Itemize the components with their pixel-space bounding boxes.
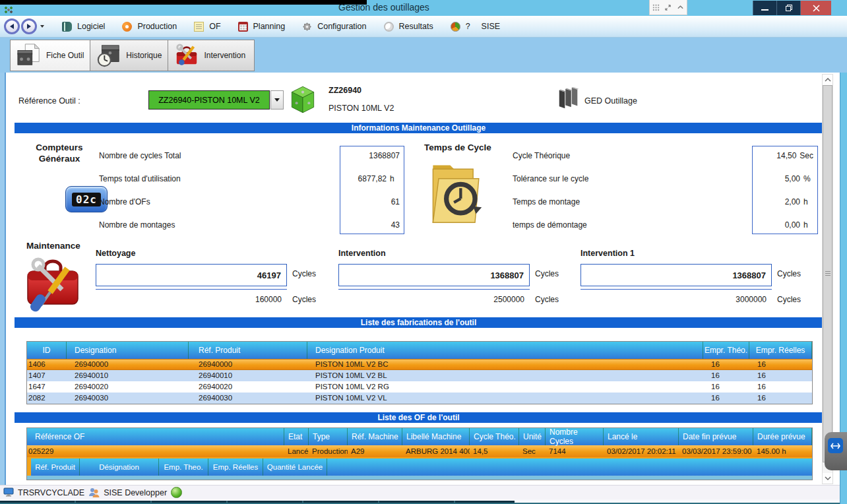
ged-outillage-link[interactable]: GED Outillage [584,96,637,106]
column-header[interactable]: Réf. Produit [189,342,307,359]
menu-item-of[interactable]: OF [185,16,229,38]
remote-control-icon [828,438,843,453]
chevron-up-icon[interactable] [677,5,684,10]
threshold-unit-label: Cycles [535,295,559,304]
menu-item-logiciel[interactable]: Logiciel [53,16,113,38]
column-header[interactable]: Durée prévue [753,428,812,445]
divider [96,289,287,290]
sub-column-header[interactable]: Emp. Réelles [208,458,263,476]
column-header[interactable]: Référence OF [27,428,284,445]
table-row-selected[interactable]: 140626940000 26940000PISTON 10ML V2 BC 1… [27,359,812,370]
restore-button[interactable] [776,1,800,15]
dropdown-caret-icon [274,98,280,102]
menu-item-production[interactable]: Production [113,16,185,38]
window-left-border [0,73,6,485]
scroll-up-button[interactable] [823,75,832,85]
of-row-selected[interactable]: 025229 Lancé Production A29 ARBURG 2014 … [27,445,812,457]
temps-de-cycle-heading: Temps de Cycle [424,142,491,152]
forward-button[interactable] [21,18,37,34]
logiciel-icon [62,22,72,32]
menu-item-resultats[interactable]: Resultats [375,16,442,38]
tool-reference-combobox[interactable]: ZZ26940-PISTON 10ML V2 [148,90,270,110]
column-header[interactable]: Cycle Théo. [470,428,519,445]
column-header[interactable]: Date fin prévue [679,428,753,445]
tab-label: Fiche Outil [46,51,84,60]
of-header-row: Référence OF Etat Type Réf. Machine Libe… [27,428,812,445]
tab-label: Historique [126,51,162,60]
scrollbar-thumb[interactable] [823,85,832,462]
tab-intervention[interactable]: Intervention [168,40,255,71]
intervention-1-value-field[interactable]: 1368807 [580,264,772,286]
thumb-grip-icon [825,271,831,276]
column-header[interactable]: Designation Produit [307,342,703,359]
intervention-value-field[interactable]: 1368807 [338,264,530,286]
counter-row-label: Nombre de montages [99,220,175,230]
expand-icon[interactable] [664,4,672,11]
field-value: 46197 [96,270,286,280]
screen-controls-widget[interactable] [649,0,687,15]
users-icon [88,488,100,497]
sub-column-header[interactable]: Emp. Theo. [159,458,208,476]
sub-column-header[interactable]: Réf. Produit [31,458,80,476]
connection-status-indicator [171,487,182,498]
column-header[interactable]: Réf. Machine [348,428,402,445]
combobox-value: ZZ26940-PISTON 10ML V2 [158,96,260,105]
forward-arrow-icon [27,24,31,29]
menu-item-configuration[interactable]: Configuration [294,16,375,38]
combobox-dropdown-button[interactable] [270,90,284,110]
counter-row-label: Temps total d'utilisation [99,174,181,183]
fabrications-header-row: ID Designation Réf. Produit Designation … [27,342,812,359]
remote-control-tab[interactable] [825,432,847,470]
column-header[interactable]: Type [309,428,348,445]
tab-fiche-outil[interactable]: Fiche Outil [10,40,90,71]
nav-dropdown-caret-icon[interactable] [40,25,44,28]
divider [338,289,530,290]
close-button[interactable] [800,1,831,15]
sub-column-header[interactable]: Quantité Lancée [263,458,327,476]
minimize-button[interactable] [753,1,776,15]
menu-label: Resultats [399,22,433,31]
vertical-scrollbar[interactable] [822,74,833,484]
tab-historique[interactable]: Historique [90,40,168,71]
table-row[interactable]: 140726940010 26940010PISTON 10ML V2 BL 1… [27,370,812,381]
column-header[interactable]: ID [27,342,67,359]
minimize-icon [761,9,769,11]
table-row[interactable]: 208226940030 26940030PISTON 10ML V2 VL 1… [27,393,812,404]
column-header[interactable]: Libellé Machine [402,428,470,445]
menu-item-planning[interactable]: Planning [230,16,294,38]
column-header[interactable]: Etat [284,428,309,445]
maintenance-group-intervention-1: Intervention 1 1368807 Cycles 3000000 Cy… [580,249,772,308]
threshold-value: 3000000 [580,295,772,304]
title-bar: Gestion des outillages [0,0,847,16]
unit-label: Cycles [292,269,316,278]
back-button[interactable] [4,18,20,34]
table-row[interactable]: 164726940020 26940020PISTON 10ML V2 RG 1… [27,381,812,393]
nettoyage-value-field[interactable]: 46197 [96,264,287,286]
column-header[interactable]: Empr. Réelles [749,342,812,359]
banner-liste-of: Liste des OF de l'outil [15,412,823,423]
menu-label: Configuration [317,22,366,31]
threshold-value: 160000 [96,295,287,304]
server-name: TRSRVCYCLADE [18,488,84,497]
column-header[interactable]: Designation [67,342,189,359]
of-table: Référence OF Etat Type Réf. Machine Libe… [26,427,813,480]
close-icon [813,5,820,12]
sub-column-header[interactable]: Désignation [80,458,159,476]
column-header[interactable]: Nombre Cycles [546,428,604,445]
threshold-unit-label: Cycles [292,295,316,304]
status-bar: TRSRVCYCLADE SISE Developper [0,485,847,499]
column-header[interactable]: Empr. Théo. [703,342,749,359]
column-header[interactable]: Unité [519,428,546,445]
menu-label: Production [137,22,177,31]
scroll-down-button[interactable] [823,473,832,484]
grid-dots-icon [652,4,660,11]
menu-item-help[interactable]: ? [442,16,479,38]
column-header[interactable]: Lancé le [604,428,679,445]
subtable-scroll-strip [27,476,812,480]
header-filler [327,458,812,476]
pie-chart-icon [451,22,460,32]
ged-books-icon[interactable] [556,85,581,111]
tab-strip: Fiche Outil Historique [0,38,847,73]
menu-label: Logiciel [77,22,105,31]
tool-sheet-icon [16,42,42,69]
